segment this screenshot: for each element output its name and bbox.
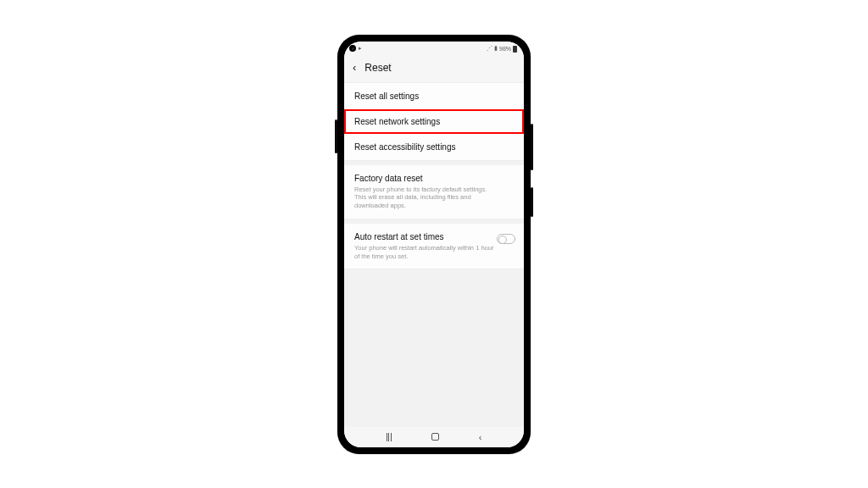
item-auto-restart[interactable]: Auto restart at set times Your phone wil… [344, 224, 524, 269]
side-button-volume [531, 124, 533, 170]
item-reset-all-settings[interactable]: Reset all settings [344, 83, 524, 109]
wifi-icon: ⋰ [487, 45, 492, 52]
item-label: Factory data reset [354, 174, 514, 183]
item-label: Reset network settings [354, 117, 514, 126]
item-reset-accessibility-settings[interactable]: Reset accessibility settings [344, 134, 524, 160]
item-reset-network-settings[interactable]: Reset network settings [344, 109, 524, 134]
item-label: Reset all settings [354, 92, 514, 101]
page-title: Reset [364, 62, 391, 74]
item-description: Reset your phone to its factory default … [354, 186, 498, 210]
item-label: Auto restart at set times [354, 232, 514, 241]
status-bar: ▸ ⋰ ▮ 98% [344, 42, 524, 55]
item-label: Reset accessibility settings [354, 142, 514, 152]
auto-restart-toggle[interactable] [497, 234, 515, 244]
back-icon[interactable]: ‹ [353, 62, 356, 73]
punch-hole-camera [349, 45, 356, 52]
phone-frame: ▸ ⋰ ▮ 98% ‹ Reset Reset all settings Res… [337, 35, 531, 454]
nav-back-icon[interactable]: ‹ [479, 432, 482, 442]
settings-list: Reset all settings Reset network setting… [344, 83, 524, 427]
side-button-power [531, 187, 533, 217]
navigation-bar: ‹ [344, 427, 524, 447]
screen: ▸ ⋰ ▮ 98% ‹ Reset Reset all settings Res… [344, 42, 524, 447]
side-button-left [335, 119, 337, 153]
signal-icon: ▮ [494, 45, 498, 52]
battery-pct: 98% [499, 46, 511, 52]
battery-icon [513, 46, 517, 53]
nav-home-icon[interactable] [431, 433, 439, 441]
nav-recents-icon[interactable] [387, 433, 392, 441]
app-bar: ‹ Reset [344, 55, 524, 83]
item-factory-data-reset[interactable]: Factory data reset Reset your phone to i… [344, 165, 524, 219]
call-icon: ▸ [359, 45, 362, 52]
item-description: Your phone will restart automatically wi… [354, 244, 498, 261]
